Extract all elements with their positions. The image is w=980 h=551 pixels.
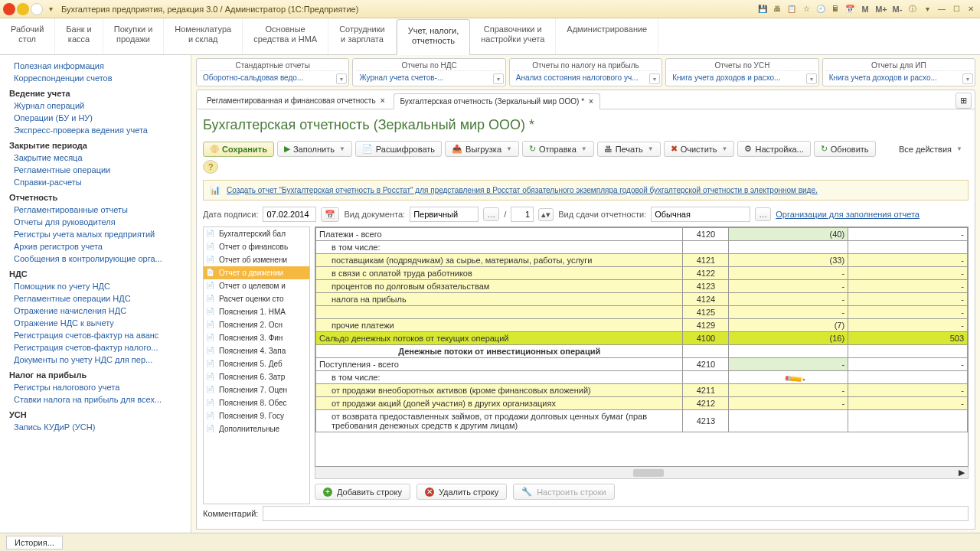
nav-tab-5[interactable]: Сотрудникии зарплата — [328, 18, 397, 54]
sidebar-item[interactable]: Документы по учету НДС для пер... — [0, 354, 191, 366]
cell-value1[interactable] — [729, 410, 848, 432]
cell-value1[interactable]: - — [729, 267, 848, 280]
sidebar-item[interactable]: Сообщения в контролирующие орга... — [0, 253, 191, 265]
sidebar-item[interactable]: Отражение НДС к вычету — [0, 317, 191, 329]
chevron-down-icon[interactable]: ▾ — [806, 73, 817, 84]
table-row[interactable]: поставщикам (подрядчикам) за сырье, мате… — [316, 254, 968, 267]
cell-value2[interactable]: - — [848, 280, 968, 293]
doctype-select-button[interactable]: … — [483, 207, 499, 221]
history-button[interactable]: История... — [6, 536, 63, 549]
config-rows-button[interactable]: 🔧Настроить строки — [513, 484, 615, 500]
cell-value1[interactable]: (40) — [729, 228, 848, 241]
submit-input[interactable] — [651, 207, 750, 222]
table-row[interactable]: от продажи акций (долей участия) в други… — [316, 397, 968, 410]
save-button[interactable]: 📀Сохранить — [203, 142, 274, 157]
app-icon-3[interactable] — [31, 3, 43, 15]
cell-value2[interactable]: 503 — [848, 332, 968, 345]
app-icon-2[interactable] — [17, 3, 29, 15]
print-icon[interactable]: 🖶 — [771, 3, 783, 15]
dropdown-icon[interactable]: ▾ — [44, 3, 57, 15]
cell-value1[interactable] — [729, 345, 848, 358]
cell-value1[interactable]: - — [729, 280, 848, 293]
star-icon[interactable]: ☆ — [800, 3, 812, 15]
cell-value2[interactable]: - — [848, 397, 968, 410]
num-spinner[interactable]: ▴▾ — [538, 208, 554, 221]
sidebar-item[interactable]: Регистры учета малых предприятий — [0, 228, 191, 240]
report-tree-item[interactable]: Пояснения 6. Затр — [204, 370, 309, 383]
report-category-item[interactable]: Книга учета доходов и расхо... — [826, 71, 972, 84]
report-tree-item[interactable]: Расчет оценки сто — [204, 292, 309, 305]
sidebar-item[interactable]: Справки-расчеты — [0, 176, 191, 188]
table-row[interactable]: Платежи - всего4120(40)- — [316, 228, 968, 241]
date-picker-button[interactable]: 📅 — [321, 207, 339, 222]
cell-value1[interactable]: - — [729, 293, 848, 306]
sidebar-item[interactable]: Отчеты для руководителя — [0, 216, 191, 228]
cell-name[interactable]: Поступления - всего — [316, 358, 683, 371]
cell-value1[interactable] — [729, 241, 848, 254]
cell-value1[interactable] — [729, 371, 848, 384]
minimize-icon[interactable]: ― — [936, 3, 948, 15]
document-tab[interactable]: Регламентированная и финансовая отчетнос… — [200, 93, 392, 109]
cell-value2[interactable]: - — [848, 384, 968, 397]
report-tree-item[interactable]: Бухгалтерский бал — [204, 227, 309, 240]
cell-name[interactable]: налога на прибыль — [316, 293, 683, 306]
report-tree-item[interactable]: Дополнительные — [204, 422, 309, 435]
sidebar-item[interactable]: Регистры налогового учета — [0, 381, 191, 393]
report-tree-item[interactable]: Пояснения 4. Запа — [204, 344, 309, 357]
dd2-icon[interactable]: ▾ — [921, 3, 933, 15]
cell-value2[interactable]: - — [848, 358, 968, 371]
m-plus-button[interactable]: M+ — [874, 3, 888, 15]
cell-value1[interactable]: (16) — [729, 332, 848, 345]
cell-value2[interactable] — [848, 410, 968, 432]
cell-value1[interactable]: (7) — [729, 319, 848, 332]
chevron-down-icon[interactable]: ▾ — [962, 73, 973, 84]
clock-icon[interactable]: 🕘 — [815, 3, 827, 15]
cell-value2[interactable] — [848, 241, 968, 254]
sidebar-item[interactable]: Отражение начисления НДС — [0, 305, 191, 317]
cell-value2[interactable]: - — [848, 306, 968, 319]
cell-value2[interactable]: - — [848, 267, 968, 280]
m-minus-button[interactable]: M- — [890, 3, 904, 15]
table-row[interactable]: прочие платежи4129(7)- — [316, 319, 968, 332]
report-tree-item[interactable]: Пояснения 2. Осн — [204, 318, 309, 331]
close-tab-icon[interactable]: × — [381, 96, 385, 105]
cell-name[interactable]: в том числе: — [316, 241, 683, 254]
sidebar-item[interactable]: Полезная информация — [0, 60, 191, 72]
calc-icon[interactable]: 🖩 — [829, 3, 841, 15]
chevron-down-icon[interactable]: ▾ — [336, 73, 347, 84]
sidebar-item[interactable]: Регламентированные отчеты — [0, 204, 191, 216]
clear-button[interactable]: ✖Очистить▼ — [664, 141, 735, 157]
sidebar-item[interactable]: Запись КУДиР (УСН) — [0, 421, 191, 433]
table-row[interactable]: от продажи внеоборотных активов (кроме ф… — [316, 384, 968, 397]
report-tree-item[interactable]: Пояснения 3. Фин — [204, 331, 309, 344]
sidebar-item[interactable]: Архив регистров учета — [0, 240, 191, 253]
cell-value2[interactable]: - — [848, 293, 968, 306]
report-tree-item[interactable]: Отчет об изменени — [204, 253, 309, 266]
close-icon[interactable]: ✕ — [965, 3, 977, 15]
table-row[interactable]: в том числе: — [316, 371, 968, 384]
cell-name[interactable]: от возврата предоставленных займов, от п… — [316, 410, 683, 432]
report-category-item[interactable]: Анализ состояния налогового уч... — [513, 71, 658, 84]
nav-tab-3[interactable]: Номенклатураи склад — [164, 18, 243, 54]
sidebar-item[interactable]: Помощник по учету НДС — [0, 280, 191, 292]
cell-name[interactable]: прочие платежи — [316, 319, 683, 332]
cell-name[interactable] — [316, 306, 683, 319]
table-row[interactable]: Поступления - всего4210-- — [316, 358, 968, 371]
table-row[interactable]: процентов по долговым обязательствам4123… — [316, 280, 968, 293]
m-button[interactable]: M — [858, 3, 872, 15]
add-row-button[interactable]: +Добавить строку — [315, 484, 410, 500]
report-tree-item[interactable]: Пояснения 8. Обес — [204, 396, 309, 409]
calendar-icon[interactable]: 📅 — [844, 3, 856, 15]
export-button[interactable]: 📤Выгрузка▼ — [445, 141, 519, 157]
cell-name[interactable]: от продажи внеоборотных активов (кроме ф… — [316, 384, 683, 397]
org-link[interactable]: Организации для заполнения отчета — [776, 210, 920, 219]
chevron-down-icon[interactable]: ▾ — [649, 73, 660, 84]
close-tab-icon[interactable]: × — [589, 97, 593, 106]
table-row[interactable]: Денежные потоки от инвестиционных операц… — [316, 345, 968, 358]
chevron-down-icon[interactable]: ▾ — [493, 73, 504, 84]
cell-value2[interactable] — [848, 345, 968, 358]
sidebar-item[interactable]: Ставки налога на прибыль для всех... — [0, 393, 191, 406]
cell-value1[interactable]: - — [729, 397, 848, 410]
setup-button[interactable]: ⚙Настройка... — [737, 141, 810, 157]
expand-icon[interactable]: ⊞ — [956, 93, 972, 109]
